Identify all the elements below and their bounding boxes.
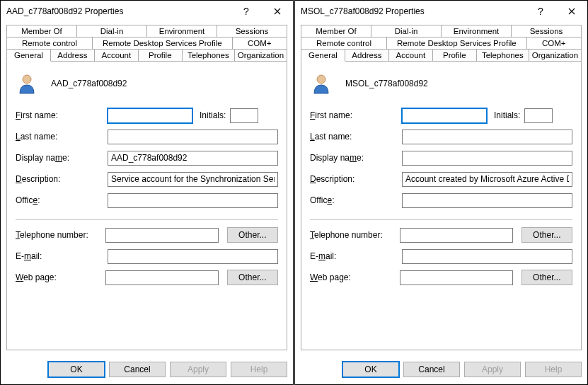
tab-organization[interactable]: Organization [529,50,582,62]
last-name-input[interactable] [402,130,572,144]
label-initials: Initials: [494,110,520,120]
description-input[interactable] [108,172,278,187]
label-web-page: Web page: [16,272,105,282]
help-icon[interactable]: ? [525,1,556,22]
label-last-name: Last name: [16,132,108,142]
telephone-input[interactable] [400,228,513,243]
label-first-name: First name: [16,110,108,120]
label-email: E-mail: [310,251,402,261]
tab-general[interactable]: General [6,50,51,62]
user-icon [16,72,38,95]
initials-input[interactable] [524,108,553,123]
tab-container: Member Of Dial-in Environment Sessions R… [301,25,582,62]
first-name-input[interactable] [108,108,192,123]
account-name: AAD_c778af008d92 [51,79,127,88]
dialog-body: Member Of Dial-in Environment Sessions R… [1,22,293,356]
tab-organization[interactable]: Organization [235,50,287,62]
last-name-input[interactable] [108,130,278,144]
help-icon[interactable]: ? [231,1,262,22]
tab-address[interactable]: Address [345,50,389,62]
label-web-page: Web page: [310,272,400,282]
svg-point-0 [23,75,31,84]
email-input[interactable] [402,249,572,264]
tab-dial-in[interactable]: Dial-in [77,25,147,38]
cancel-button[interactable]: Cancel [109,362,166,377]
office-input[interactable] [108,193,278,208]
close-icon[interactable] [556,1,587,22]
telephone-other-button[interactable]: Other... [227,227,278,243]
label-office: Office: [310,195,402,205]
tab-com-plus[interactable]: COM+ [527,38,582,50]
properties-dialog-right: MSOL_c778af008d92 Properties ? Member Of… [294,0,588,385]
label-telephone: Telephone number: [16,230,105,240]
tab-general[interactable]: General [301,50,345,62]
web-page-other-button[interactable]: Other... [227,270,278,285]
web-page-input[interactable] [400,270,513,285]
description-input[interactable] [402,172,572,187]
first-name-input[interactable] [402,108,487,123]
dialog-buttons: OK Cancel Apply Help [1,356,293,384]
label-email: E-mail: [16,251,108,261]
window-title: AAD_c778af008d92 Properties [6,6,231,16]
svg-point-1 [317,75,325,84]
tab-environment[interactable]: Environment [442,25,512,38]
titlebar: AAD_c778af008d92 Properties ? [1,1,293,22]
office-input[interactable] [402,193,572,208]
tab-environment[interactable]: Environment [147,25,217,38]
account-name: MSOL_c778af008d92 [345,79,428,88]
tab-pane-general: AAD_c778af008d92 First name: Initials: L… [6,61,287,350]
label-description: Description: [310,174,402,184]
tab-rds-profile[interactable]: Remote Desktop Services Profile [387,38,527,50]
tab-dial-in[interactable]: Dial-in [371,25,442,38]
tab-container: Member Of Dial-in Environment Sessions R… [6,25,287,62]
window-title: MSOL_c778af008d92 Properties [301,6,525,16]
label-telephone: Telephone number: [310,230,400,240]
tab-member-of[interactable]: Member Of [301,25,371,38]
tab-telephones[interactable]: Telephones [477,50,529,62]
tab-profile[interactable]: Profile [433,50,477,62]
tab-sessions[interactable]: Sessions [512,25,582,38]
apply-button[interactable]: Apply [170,362,226,377]
dialog-buttons: OK Cancel Apply Help [295,356,587,384]
help-button[interactable]: Help [525,362,582,377]
tab-rds-profile[interactable]: Remote Desktop Services Profile [93,38,233,50]
label-display-name: Display name: [16,153,108,163]
tab-account[interactable]: Account [95,50,139,62]
help-button[interactable]: Help [231,362,287,377]
separator [16,219,278,220]
display-name-input[interactable] [108,151,278,166]
ok-button[interactable]: OK [48,362,105,377]
display-name-input[interactable] [402,151,572,166]
close-icon[interactable] [262,1,293,22]
titlebar: MSOL_c778af008d92 Properties ? [295,1,587,22]
telephone-other-button[interactable]: Other... [521,227,572,243]
tab-address[interactable]: Address [51,50,95,62]
tab-com-plus[interactable]: COM+ [233,38,287,50]
tab-remote-control[interactable]: Remote control [301,38,387,50]
properties-dialog-left: AAD_c778af008d92 Properties ? Member Of … [0,0,294,385]
label-initials: Initials: [200,110,226,120]
label-office: Office: [16,195,108,205]
initials-input[interactable] [230,108,258,123]
user-icon [310,72,333,95]
cancel-button[interactable]: Cancel [403,362,460,377]
web-page-other-button[interactable]: Other... [521,270,572,285]
apply-button[interactable]: Apply [464,362,521,377]
label-first-name: First name: [310,110,402,120]
tab-telephones[interactable]: Telephones [183,50,235,62]
label-display-name: Display name: [310,153,402,163]
label-description: Description: [16,174,108,184]
label-last-name: Last name: [310,132,402,142]
tab-pane-general: MSOL_c778af008d92 First name: Initials: … [301,61,582,350]
email-input[interactable] [108,249,278,264]
tab-sessions[interactable]: Sessions [217,25,287,38]
tab-member-of[interactable]: Member Of [6,25,77,38]
separator [310,219,572,220]
dialog-body: Member Of Dial-in Environment Sessions R… [295,22,587,356]
web-page-input[interactable] [105,270,219,285]
ok-button[interactable]: OK [342,362,399,377]
tab-remote-control[interactable]: Remote control [6,38,93,50]
tab-profile[interactable]: Profile [139,50,183,62]
tab-account[interactable]: Account [389,50,433,62]
telephone-input[interactable] [105,228,219,243]
